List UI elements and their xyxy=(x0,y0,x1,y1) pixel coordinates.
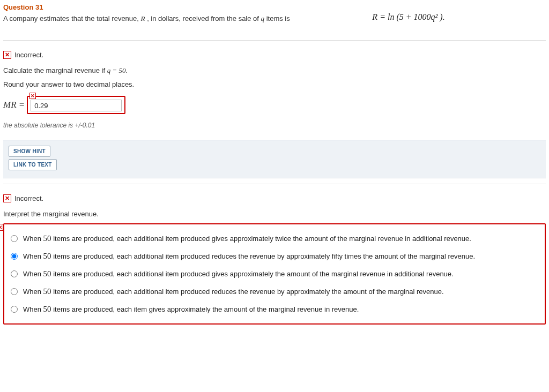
incorrect-icon-input: ✕ xyxy=(29,93,36,99)
option-radio-4[interactable] xyxy=(11,306,18,313)
formula-display: R = ln (5 + 1000q² ). xyxy=(3,12,546,22)
option-radio-2[interactable] xyxy=(11,270,18,277)
calc-prompt-pre: Calculate the marginal revenue if xyxy=(3,66,107,74)
mr-label: MR = xyxy=(3,100,25,110)
option-text-4: When 50 items are produced, each item gi… xyxy=(23,305,359,314)
option-text-3: When 50 items are produced, each additio… xyxy=(23,287,444,296)
feedback-part2: ✕ Incorrect. xyxy=(3,194,546,202)
feedback-part1: ✕ Incorrect. xyxy=(3,51,546,59)
option-row-1[interactable]: When 50 items are produced, each additio… xyxy=(11,247,538,265)
link-to-text-button[interactable]: LINK TO TEXT xyxy=(9,159,57,170)
calc-prompt-eq: q = 50. xyxy=(107,66,128,74)
show-hint-button[interactable]: SHOW HINT xyxy=(9,146,50,157)
option-row-2[interactable]: When 50 items are produced, each additio… xyxy=(11,265,538,283)
incorrect-icon: ✕ xyxy=(3,51,11,59)
option-row-4[interactable]: When 50 items are produced, each item gi… xyxy=(11,300,538,318)
question-title: Question 31 xyxy=(3,3,546,11)
option-row-0[interactable]: When 50 items are produced, each additio… xyxy=(11,230,538,247)
option-text-2: When 50 items are produced, each additio… xyxy=(23,269,454,278)
round-note: Round your answer to two decimal places. xyxy=(3,80,546,88)
option-text-1: When 50 items are produced, each additio… xyxy=(23,252,475,261)
feedback-text-1: Incorrect. xyxy=(14,51,43,59)
option-radio-3[interactable] xyxy=(11,288,18,295)
option-text-0: When 50 items are produced, each additio… xyxy=(23,234,471,243)
incorrect-icon-2: ✕ xyxy=(3,194,11,202)
interpret-prompt: Interpret the marginal revenue. xyxy=(3,210,546,218)
mr-answer-row: MR = ✕ xyxy=(3,96,546,114)
options-container: ✕ When 50 items are produced, each addit… xyxy=(3,223,546,325)
feedback-text-2: Incorrect. xyxy=(14,194,43,202)
incorrect-icon-options: ✕ xyxy=(0,224,3,231)
option-row-3[interactable]: When 50 items are produced, each additio… xyxy=(11,283,538,300)
mr-answer-input[interactable] xyxy=(31,100,122,111)
divider xyxy=(3,40,546,41)
tolerance-note: the absolute tolerance is +/-0.01 xyxy=(3,122,546,129)
answer-input-wrap: ✕ xyxy=(27,96,125,114)
divider-2 xyxy=(3,184,546,185)
option-radio-1[interactable] xyxy=(11,253,18,260)
option-radio-0[interactable] xyxy=(11,235,18,242)
calc-prompt: Calculate the marginal revenue if q = 50… xyxy=(3,66,546,75)
hint-panel: SHOW HINT LINK TO TEXT xyxy=(3,140,546,178)
